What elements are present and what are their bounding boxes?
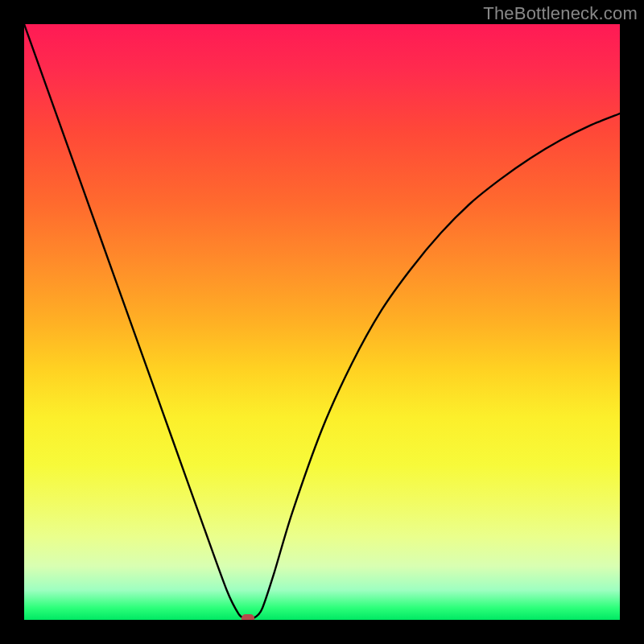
- plot-area: [24, 24, 620, 620]
- min-marker: [242, 614, 254, 620]
- watermark-text: TheBottleneck.com: [483, 3, 638, 24]
- bottleneck-curve-path: [24, 24, 620, 619]
- curve-svg: [24, 24, 620, 620]
- chart-frame: TheBottleneck.com: [0, 0, 644, 644]
